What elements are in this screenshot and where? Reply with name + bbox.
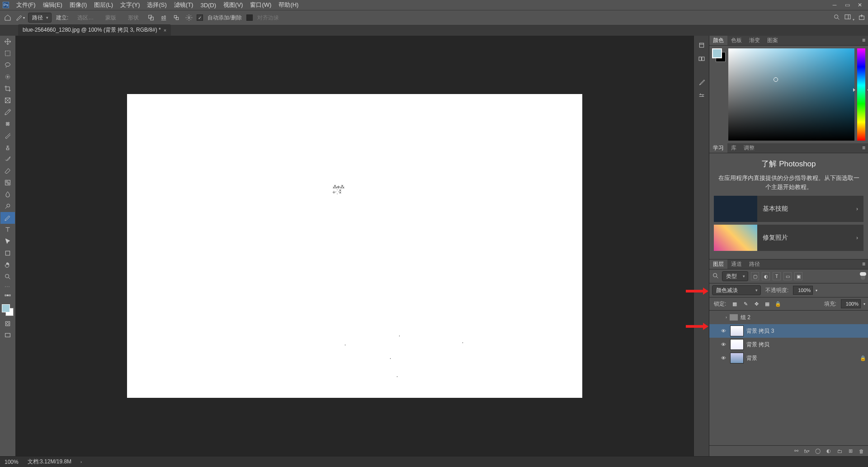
blur-tool[interactable] — [0, 189, 15, 200]
filter-kind-dropdown[interactable]: 类型 — [722, 271, 748, 281]
pen-tool[interactable] — [0, 212, 15, 224]
menu-edit[interactable]: 编辑(E) — [39, 0, 66, 10]
layer-name[interactable]: 背景 — [746, 354, 857, 362]
fill-input[interactable] — [841, 299, 861, 308]
brushes-panel-icon[interactable] — [697, 78, 706, 86]
clone-tool[interactable] — [0, 142, 15, 153]
dodge-tool[interactable] — [0, 200, 15, 212]
layer-mask-icon[interactable]: ◯ — [814, 447, 822, 455]
visibility-icon[interactable]: 👁 — [719, 327, 727, 335]
hue-slider[interactable] — [857, 48, 865, 141]
layer-name[interactable]: 背景 拷贝 3 — [746, 327, 866, 335]
make-selection-button[interactable]: 选区… — [73, 13, 98, 23]
canvas[interactable]: ⁂✻⁂✢⁛⁑ · · · · · — [127, 94, 582, 398]
document-tab[interactable]: blue-2564660_1280.jpg @ 100% (背景 拷贝 3, R… — [18, 24, 171, 36]
layer-name[interactable]: 背景 拷贝 — [746, 341, 866, 349]
share-icon[interactable] — [858, 14, 865, 22]
layer-fx-icon[interactable]: fx▾ — [803, 447, 811, 455]
panel-menu-icon[interactable]: ≡ — [859, 36, 868, 45]
status-flyout-icon[interactable]: › — [80, 460, 82, 464]
filter-type-icon[interactable]: T — [773, 272, 781, 280]
path-select-tool[interactable] — [0, 236, 15, 247]
window-close[interactable]: ✕ — [854, 1, 865, 9]
history-panel-icon[interactable] — [697, 41, 706, 49]
gradients-tab[interactable]: 渐变 — [745, 36, 764, 45]
adjustment-layer-icon[interactable]: ◐ — [825, 447, 833, 455]
layer-thumbnail[interactable] — [730, 353, 744, 363]
crop-tool[interactable] — [0, 83, 15, 94]
filter-adjust-icon[interactable]: ◐ — [762, 272, 770, 280]
new-layer-icon[interactable]: ⊞ — [846, 447, 854, 455]
menu-select[interactable]: 选择(S) — [143, 0, 170, 10]
shape-tool[interactable] — [0, 247, 15, 259]
path-combine-icon[interactable] — [146, 13, 156, 23]
menu-file[interactable]: 文件(F) — [13, 0, 39, 10]
eyedropper-tool[interactable] — [0, 106, 15, 118]
panel-menu-icon[interactable]: ≡ — [859, 143, 868, 153]
layer-name[interactable]: 组 2 — [741, 314, 866, 321]
visibility-icon[interactable] — [715, 313, 723, 321]
lock-artboard-icon[interactable]: ▦ — [763, 300, 771, 308]
quick-select-tool[interactable] — [0, 71, 15, 83]
new-group-icon[interactable]: 🗀 — [835, 447, 844, 455]
learn-card-repair[interactable]: 修复照片 › — [714, 225, 863, 251]
visibility-icon[interactable]: 👁 — [719, 340, 727, 349]
search-icon[interactable] — [833, 14, 840, 22]
color-tab[interactable]: 颜色 — [709, 36, 727, 45]
menu-3d[interactable]: 3D(D) — [197, 0, 220, 10]
layers-tab[interactable]: 图层 — [709, 259, 727, 269]
lock-pixels-icon[interactable]: ✎ — [741, 300, 750, 308]
home-icon[interactable] — [3, 13, 13, 23]
gradient-tool[interactable] — [0, 177, 15, 189]
hand-tool[interactable] — [0, 259, 15, 271]
marquee-tool[interactable] — [0, 47, 15, 59]
doc-size[interactable]: 文档:3.12M/19.8M — [28, 458, 71, 466]
menu-filter[interactable]: 滤镜(T) — [170, 0, 197, 10]
history-brush-tool[interactable] — [0, 153, 15, 165]
search-icon[interactable] — [712, 272, 719, 281]
lock-position-icon[interactable]: ✥ — [752, 300, 760, 308]
color-field[interactable] — [728, 48, 854, 141]
panel-menu-icon[interactable]: ≡ — [859, 259, 868, 269]
lock-all-icon[interactable]: 🔒 — [774, 300, 782, 308]
toolbar-expand[interactable]: ⋯ — [0, 283, 15, 291]
auto-add-delete-checkbox[interactable]: ✓ — [197, 14, 203, 21]
lasso-tool[interactable] — [0, 59, 15, 71]
gear-icon[interactable] — [184, 13, 194, 23]
chevron-right-icon[interactable]: › — [726, 315, 727, 320]
adjustments-tab[interactable]: 调整 — [740, 143, 758, 153]
fg-color-swatch[interactable] — [2, 304, 10, 312]
color-fg-bg[interactable] — [712, 48, 726, 141]
opacity-input[interactable] — [793, 286, 813, 295]
layer-item[interactable]: 👁 背景 拷贝 — [709, 338, 868, 351]
lock-transparency-icon[interactable]: ▩ — [731, 300, 739, 308]
quickmask-icon[interactable] — [0, 318, 15, 330]
workspace-switch-icon[interactable]: ▾ — [844, 14, 854, 22]
fg-bg-swatch[interactable] — [2, 304, 14, 316]
menu-image[interactable]: 图像(I) — [66, 0, 90, 10]
filter-pixel-icon[interactable]: ▢ — [751, 272, 759, 280]
heal-tool[interactable] — [0, 118, 15, 130]
zoom-tool[interactable] — [0, 271, 15, 283]
libraries-tab[interactable]: 库 — [727, 143, 740, 153]
brush-tool[interactable] — [0, 130, 15, 142]
fill-flyout-icon[interactable]: ▾ — [863, 302, 865, 306]
patterns-tab[interactable]: 图案 — [764, 36, 782, 45]
tool-preset-pen-icon[interactable]: ▾ — [15, 13, 25, 23]
move-tool[interactable] — [0, 36, 15, 47]
make-mask-button[interactable]: 蒙版 — [101, 13, 121, 23]
window-maximize[interactable]: ▭ — [842, 1, 853, 9]
menu-help[interactable]: 帮助(H) — [275, 0, 302, 10]
layer-item[interactable]: 👁 背景 拷贝 3 — [709, 324, 868, 338]
visibility-icon[interactable]: 👁 — [719, 354, 727, 362]
canvas-viewport[interactable]: ⁂✻⁂✢⁛⁑ · · · · · — [15, 36, 693, 456]
brush-settings-panel-icon[interactable] — [697, 92, 706, 100]
make-shape-button[interactable]: 形状 — [123, 13, 143, 23]
learn-tab[interactable]: 学习 — [709, 143, 727, 153]
toolbar-edit-icon[interactable] — [0, 291, 15, 302]
zoom-level[interactable]: 100% — [5, 459, 19, 465]
filter-toggle[interactable] — [861, 273, 865, 280]
opacity-flyout-icon[interactable]: ▾ — [816, 288, 817, 292]
menu-window[interactable]: 窗口(W) — [246, 0, 275, 10]
type-tool[interactable] — [0, 224, 15, 236]
